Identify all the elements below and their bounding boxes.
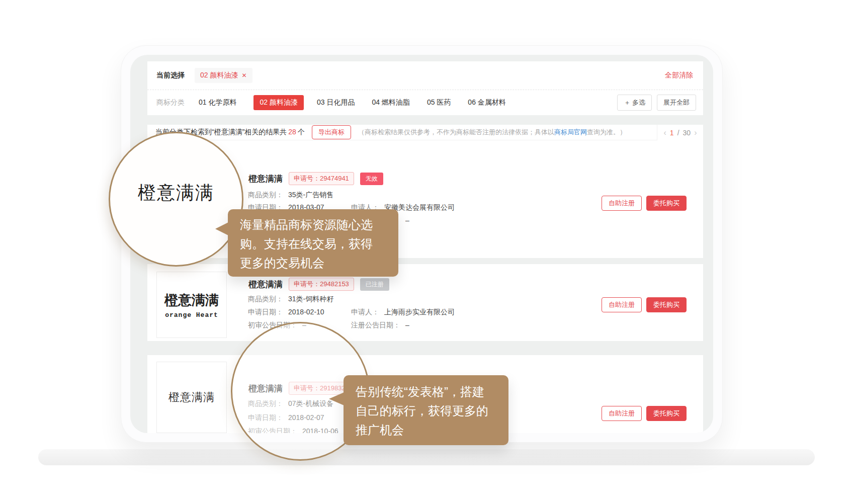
trademark-image-text: 橙意满满 xyxy=(168,390,215,405)
bubble-line: 推广机会 xyxy=(356,421,508,440)
magnifier-circle-1: 橙意满满 xyxy=(109,132,243,267)
bubble-tail-icon xyxy=(215,222,228,235)
category-item-06[interactable]: 06 金属材料 xyxy=(468,98,505,107)
next-page-icon[interactable]: › xyxy=(694,129,697,137)
results-count: 28 xyxy=(287,128,298,136)
category-field: 商品类别：31类-饲料种籽 xyxy=(248,295,333,304)
status-badge-registered: 已注册 xyxy=(360,278,389,291)
reg-notice-field: 注册公告日期：– xyxy=(351,321,409,330)
filter-card: 当前选择 02 颜料油漆 ✕ 全部清除 商标分类 01 化学原料 02 颜料油漆… xyxy=(147,61,703,115)
app-no-value: 29474941 xyxy=(320,175,349,182)
magnified-trademark-text: 橙意满满 xyxy=(138,181,214,218)
category-item-01[interactable]: 01 化学原料 xyxy=(199,98,236,107)
entrust-buy-button[interactable]: 委托购买 xyxy=(646,196,687,211)
disclaimer-right: 查询为准。） xyxy=(587,128,626,136)
trademark-office-link[interactable]: 商标局官网 xyxy=(554,128,587,136)
category-field: 商品类别：35类-广告销售 xyxy=(248,191,333,200)
application-number-tag: 申请号：29482153 xyxy=(289,278,354,291)
entrust-buy-button[interactable]: 委托购买 xyxy=(646,297,687,312)
app-no-label: 申请号： xyxy=(294,280,320,288)
bubble-tail-icon xyxy=(329,392,344,405)
trademark-image-subtext: orange Heart xyxy=(165,311,218,319)
trademark-image-2: 橙意满满 orange Heart xyxy=(156,272,227,338)
selected-filter-tag-label: 02 颜料油漆 xyxy=(200,71,238,80)
application-number-tag: 申请号：29474941 xyxy=(289,172,354,185)
disclaimer-text: （商标检索结果仅供参考，不作为商标能否注册的法律依据；具体以商标局官网查询为准。… xyxy=(358,128,626,137)
entrust-buy-button[interactable]: 委托购买 xyxy=(646,406,687,421)
pagination: ‹ 1 / 30 › xyxy=(657,125,703,140)
category-value: 31类-饲料种籽 xyxy=(288,295,333,303)
apply-date-field: 申请日期：2018-02-10 xyxy=(248,308,324,317)
trademark-image-3: 橙意满满 xyxy=(156,362,227,433)
category-label: 商品类别： xyxy=(248,191,283,199)
applicant-field: 申请人：上海雨步实业有限公司 xyxy=(351,308,455,317)
trademark-image-text: 橙意满满 xyxy=(164,291,219,309)
apply-date-value: 2018-02-10 xyxy=(288,308,324,316)
total-pages: 30 xyxy=(683,129,691,137)
page: 当前选择 02 颜料油漆 ✕ 全部清除 商标分类 01 化学原料 02 颜料油漆… xyxy=(0,0,853,504)
category-item-05[interactable]: 05 医药 xyxy=(427,98,451,107)
apply-date-label: 申请日期： xyxy=(248,308,283,316)
category-item-02-selected[interactable]: 02 颜料油漆 xyxy=(253,95,303,110)
category-item-03[interactable]: 03 日化用品 xyxy=(317,98,355,107)
reg-notice-value: – xyxy=(405,321,409,329)
row-actions-3: 自助注册 委托购买 xyxy=(602,406,687,421)
clear-all-link[interactable]: 全部清除 xyxy=(665,71,693,80)
results-header: 当前分类下检索到“橙意满满”相关的结果共28个 导出商标 （商标检索结果仅供参考… xyxy=(147,125,703,140)
device-base xyxy=(38,449,815,465)
bubble-line: 自己的标行，获得更多的 xyxy=(356,401,508,421)
app-no-label: 申请号： xyxy=(294,175,320,182)
row-actions-1: 自助注册 委托购买 xyxy=(602,196,687,211)
selected-filter-tag[interactable]: 02 颜料油漆 ✕ xyxy=(195,68,252,83)
page-separator: / xyxy=(677,129,679,137)
category-row: 商标分类 01 化学原料 02 颜料油漆 03 日化用品 04 燃料油脂 05 … xyxy=(147,90,703,115)
self-register-button[interactable]: 自助注册 xyxy=(602,297,642,312)
reg-notice-label: 注册公告日期： xyxy=(351,321,400,329)
self-register-button[interactable]: 自助注册 xyxy=(602,406,642,421)
applicant-label: 申请人： xyxy=(351,308,379,316)
multi-select-button[interactable]: ＋ 多选 xyxy=(617,95,652,111)
bubble-line: 购。支持在线交易，获得 xyxy=(240,234,398,254)
applicant-value: 上海雨步实业有限公司 xyxy=(384,308,455,316)
expand-all-button[interactable]: 展开全部 xyxy=(657,95,696,111)
current-selection-row: 当前选择 02 颜料油漆 ✕ 全部清除 xyxy=(147,61,703,90)
trademark-name[interactable]: 橙意满满 xyxy=(248,279,283,290)
callout-bubble-promotion: 告别传统“发表格”，搭建 自己的标行，获得更多的 推广机会 xyxy=(344,375,508,445)
category-row-label: 商标分类 xyxy=(156,98,185,107)
summary-suffix: 个 xyxy=(298,128,305,136)
reg-notice-value: – xyxy=(405,216,409,224)
export-trademarks-button[interactable]: 导出商标 xyxy=(312,125,351,139)
bubble-line: 海量精品商标资源随心选 xyxy=(240,215,398,234)
callout-bubble-marketplace: 海量精品商标资源随心选 购。支持在线交易，获得 更多的交易机会 xyxy=(228,209,398,277)
self-register-button[interactable]: 自助注册 xyxy=(602,196,642,211)
category-label: 商品类别： xyxy=(248,295,283,303)
status-badge-invalid: 无效 xyxy=(360,173,383,185)
remove-tag-icon[interactable]: ✕ xyxy=(241,72,246,79)
trademark-name[interactable]: 橙意满满 xyxy=(248,173,283,185)
current-selection-label: 当前选择 xyxy=(156,71,185,80)
bubble-line: 更多的交易机会 xyxy=(240,254,398,273)
trademark-title-row-1: 橙意满满 申请号：29474941 无效 xyxy=(248,172,383,185)
bubble-line: 告别传统“发表格”，搭建 xyxy=(356,382,508,401)
current-page: 1 xyxy=(670,129,674,137)
trademark-title-row-2: 橙意满满 申请号：29482153 已注册 xyxy=(248,278,389,291)
app-no-value: 29482153 xyxy=(320,280,349,288)
prev-page-icon[interactable]: ‹ xyxy=(664,129,666,137)
category-item-04[interactable]: 04 燃料油脂 xyxy=(372,98,409,107)
disclaimer-left: （商标检索结果仅供参考，不作为商标能否注册的法律依据；具体以 xyxy=(358,128,554,136)
row-actions-2: 自助注册 委托购买 xyxy=(602,297,687,312)
category-value: 35类-广告销售 xyxy=(288,191,333,199)
